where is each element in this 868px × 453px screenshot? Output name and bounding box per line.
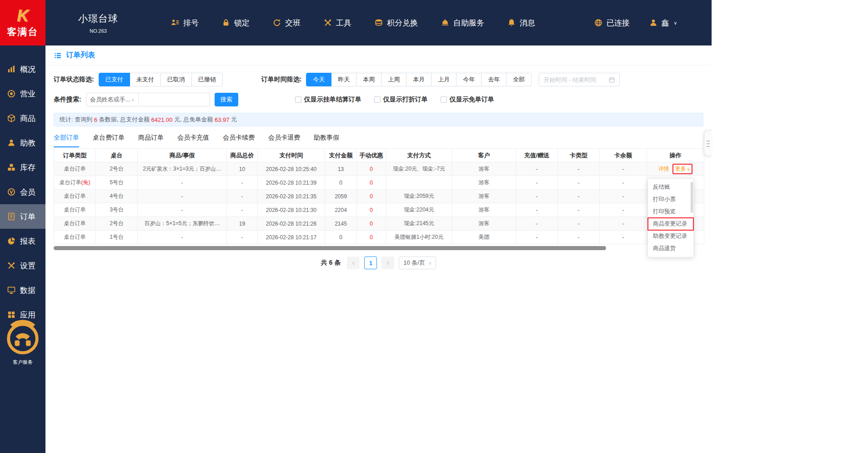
order-tab[interactable]: 全部订单 [54,134,79,147]
nav-tools[interactable]: 工具 [323,18,351,28]
order-tab[interactable]: 商品订单 [138,134,164,147]
time-filter-button[interactable]: 全部 [506,73,532,86]
order-tab[interactable]: 会员卡续费 [223,134,255,147]
dropdown-menu-item[interactable]: 反结账 [648,181,693,193]
search-button[interactable]: 搜索 [215,93,238,106]
search-input[interactable] [138,93,210,106]
time-filter-button[interactable]: 本月 [406,73,431,86]
cell-customer: 游客 [452,162,516,176]
sidebar-item-reports[interactable]: 报表 [0,229,45,253]
dropdown-menu-item[interactable]: 助教变更记录 [648,230,693,242]
cell-pay-method: 现金:20元、现金:-7元 [386,162,452,176]
user-menu[interactable]: 鑫 ∨ [649,18,677,28]
filter-checkbox[interactable]: 仅显示免单订单 [441,96,494,104]
cell-pay-method: 现金:2145元 [386,217,452,231]
nav-label: 交班 [285,18,301,28]
cell-goods-total: - [227,176,258,190]
nav-messages[interactable]: 消息 [507,18,535,28]
dropdown-menu-item[interactable]: 商品退货 [648,242,693,255]
page-size-select[interactable]: 10 条/页 ∨ [399,257,436,269]
order-tab[interactable]: 会员卡退费 [268,134,300,147]
dropdown-menu-item[interactable]: 打印小票 [648,193,693,206]
dropdown-scrollbar-thumb[interactable] [691,182,693,213]
sidebar-item-label: 数据 [20,285,35,296]
order-tab[interactable]: 桌台费订单 [93,134,125,147]
search-filter-label: 条件搜索: [54,96,81,104]
nav-points-exchange[interactable]: 积分兑换 [374,18,418,28]
status-filter-button[interactable]: 未支付 [130,73,161,86]
cell-order-type: 桌台订单 [54,231,96,244]
sidebar-item-overview[interactable]: 概况 [0,57,45,81]
nav-connected[interactable]: 已连接 [594,18,630,28]
more-link[interactable]: 更多 [675,166,686,172]
stats-free-amount: 63.97 [215,116,230,123]
horizontal-scrollbar-thumb[interactable] [54,246,606,250]
sidebar-item-members[interactable]: 会员 [0,180,45,204]
cell-order-type: 桌台订单 [54,217,96,231]
sidebar-item-data[interactable]: 数据 [0,278,45,302]
chevron-down-icon: ∨ [428,261,431,266]
more-button[interactable]: 更多∨ [672,164,693,174]
customer-service[interactable]: 客户服务 [0,312,45,366]
time-filter-button[interactable]: 去年 [481,73,507,86]
checkbox-box[interactable] [441,96,447,103]
page-header: 订单列表 [45,45,712,65]
column-header: 操作 [647,149,704,162]
nav-self-service[interactable]: 自助服务 [441,18,484,28]
nav-shift[interactable]: 交班 [272,18,301,28]
date-range-picker[interactable] [539,73,620,86]
filter-checkbox[interactable]: 仅显示挂单结算订单 [295,96,361,104]
cell-customer: 美团 [452,231,516,244]
nav-queue[interactable]: 排号 [171,18,199,28]
cell-card-balance: - [600,231,647,244]
time-filter-button[interactable]: 上周 [381,73,406,86]
current-page-button[interactable]: 1 [364,257,377,269]
nav-lock[interactable]: 锁定 [221,18,250,28]
checkbox-box[interactable] [295,96,301,103]
sidebar-menu: 概况 营业 商品 助教 库存 会员 [0,45,45,327]
status-filter-button[interactable]: 已取消 [161,73,192,86]
next-page-button[interactable]: › [381,257,394,269]
search-field-select[interactable]: 会员姓名或手... ∨ [86,93,139,106]
cell-table: 4号台 [96,190,138,203]
time-filter-button[interactable]: 本周 [356,73,381,86]
sidebar-item-business[interactable]: 营业 [0,81,45,106]
status-filter-button[interactable]: 已支付 [99,73,130,86]
order-tab[interactable]: 会员卡充值 [177,134,209,147]
cell-manual-discount: 0 [357,231,386,244]
dropdown-menu-item[interactable]: 商品变更记录 [648,218,693,230]
detail-link[interactable]: 详情 [658,166,669,172]
page-size-value: 10 条/页 [403,259,425,267]
cell-card-balance: - [600,190,647,203]
user-icon [649,18,658,27]
sidebar-item-goods[interactable]: 商品 [0,106,45,131]
filter-checkbox[interactable]: 仅显示打折订单 [374,96,428,104]
time-filter-button[interactable]: 今年 [456,73,482,86]
time-filter-button[interactable]: 上月 [431,73,457,86]
time-filter-button[interactable]: 今天 [306,73,331,86]
table-row: 桌台订单 1号台 - - 2026-02-28 10:21:17 0 0 美团银… [54,231,704,244]
nav-label: 积分兑换 [387,18,418,28]
sidebar-item-orders[interactable]: 订单 [0,204,45,229]
side-drawer-handle[interactable] [704,130,712,156]
order-tab[interactable]: 助教事假 [314,134,339,147]
app-logo[interactable]: K 客满台 [0,0,45,45]
sidebar-item-label: 营业 [20,89,35,99]
time-filter-button[interactable]: 昨天 [331,73,356,86]
table-row: 桌台订单(免) 5号台 - - 2026-02-28 10:21:39 0 0 … [54,176,704,190]
sidebar-item-inventory[interactable]: 库存 [0,155,45,180]
cell-pay-method: 现金:2059元 [386,190,452,203]
sidebar-item-coach[interactable]: 助教 [0,131,45,155]
prev-page-button[interactable]: ‹ [347,257,360,269]
checkbox-box[interactable] [374,96,381,103]
sidebar-item-settings[interactable]: 设置 [0,253,45,278]
dropdown-menu-item[interactable]: 打印预览 [648,206,693,218]
cell-card-type: - [558,176,600,190]
cell-goods: 百岁山：5×1=5元；东鹏特饮… [138,217,227,231]
cell-recharge-gift: - [516,162,558,176]
stats-text: 元 [230,116,237,124]
cell-pay-time: 2026-02-28 10:25:40 [258,162,325,176]
status-filter-button[interactable]: 已撤销 [191,73,223,86]
sidebar: 概况 营业 商品 助教 库存 会员 [0,45,45,453]
date-range-input[interactable] [543,76,606,83]
